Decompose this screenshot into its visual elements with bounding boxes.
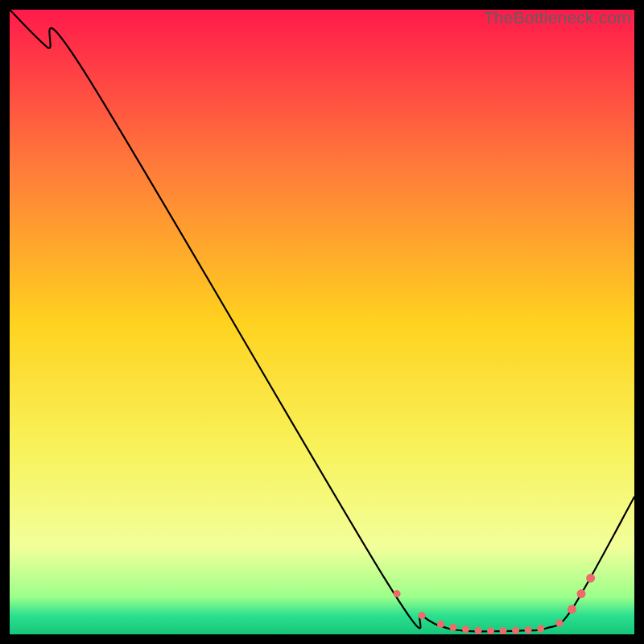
highlight-point (577, 589, 586, 598)
bottleneck-chart (10, 10, 634, 634)
highlight-point (537, 625, 544, 633)
highlight-point (568, 605, 576, 613)
highlight-point (512, 627, 519, 634)
chart-frame: TheBottleneck.com (10, 10, 634, 634)
highlight-point (555, 620, 563, 627)
highlight-point (487, 627, 494, 634)
highlight-point (525, 626, 532, 634)
watermark-label: TheBottleneck.com (484, 8, 631, 27)
highlight-point (449, 624, 456, 631)
highlight-point (500, 627, 507, 634)
highlight-point (462, 625, 469, 633)
highlight-point (394, 590, 401, 597)
highlight-point (475, 627, 482, 634)
highlight-point (419, 612, 426, 619)
highlight-point (586, 574, 595, 583)
highlight-point (437, 621, 444, 628)
